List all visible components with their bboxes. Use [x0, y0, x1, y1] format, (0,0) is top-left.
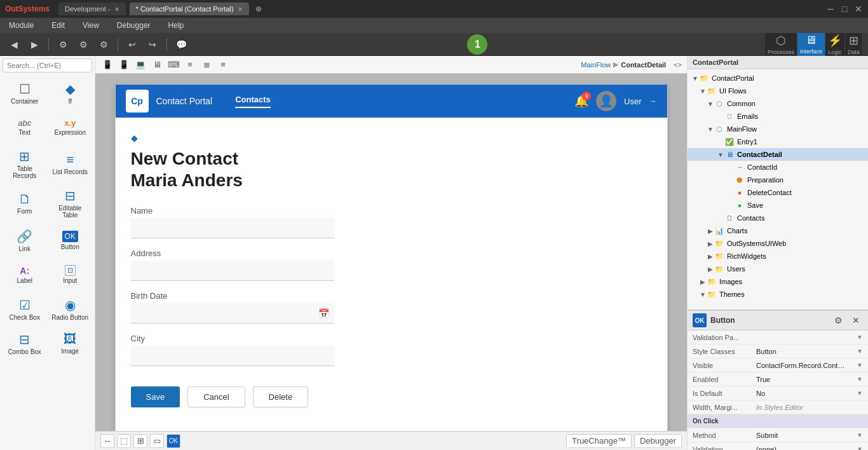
align-center-btn[interactable]: ≣ — [200, 58, 214, 72]
menu-module[interactable]: Module — [5, 20, 37, 31]
truechange-btn[interactable]: TrueChange™ — [566, 434, 632, 448]
tree-item-entry1[interactable]: ✅ Entry1 — [688, 135, 868, 148]
dropdown-arrow[interactable]: ▼ — [857, 446, 863, 450]
dropdown-arrow[interactable]: ▼ — [857, 362, 863, 369]
search-input[interactable] — [3, 58, 92, 72]
desktop-view-btn[interactable]: 🖥 — [150, 58, 164, 72]
canvas-frame[interactable]: Cp Contact Portal Contacts 🔔 9 👤 User → — [95, 74, 687, 431]
prop-value[interactable]: (none) ▼ — [756, 446, 863, 451]
panel-tab-logic[interactable]: ⚡ Logic — [825, 33, 845, 56]
tree-item-preparation[interactable]: ⬟ Preparation — [688, 174, 868, 186]
widget-button[interactable]: OK Button — [48, 224, 93, 257]
logout-icon[interactable]: → — [649, 97, 657, 106]
minimize-button[interactable]: ─ — [826, 4, 835, 13]
notification-bell[interactable]: 🔔 9 — [574, 94, 588, 108]
tree-toggle[interactable]: ▼ — [707, 126, 714, 133]
tree-item-deletecontact[interactable]: ● DeleteContact — [688, 186, 868, 199]
widget-link[interactable]: 🔗 Link — [3, 224, 47, 257]
tree-toggle[interactable]: ▼ — [717, 151, 724, 158]
tree-item-contacts[interactable]: 🗋 Contacts — [688, 212, 868, 224]
panel-tab-processes[interactable]: ⬡ Processes — [765, 33, 797, 56]
tree-toggle[interactable]: ▶ — [707, 266, 714, 273]
field-input-city[interactable] — [131, 346, 334, 366]
dropdown-arrow[interactable]: ▼ — [857, 390, 863, 397]
canvas-select-btn[interactable]: ⬚ — [117, 434, 131, 448]
undo-button[interactable]: ↩ — [123, 36, 141, 53]
maximize-button[interactable]: □ — [840, 4, 849, 13]
mobile-view-btn[interactable]: 📱 — [100, 58, 114, 72]
debugger-btn[interactable]: Debugger — [634, 434, 682, 448]
menu-edit[interactable]: Edit — [48, 20, 69, 31]
field-input-birthdate[interactable] — [131, 303, 334, 324]
tablet-portrait-btn[interactable]: 📱 — [117, 58, 131, 72]
widget-table-records[interactable]: ⊞ Table Records — [3, 145, 47, 183]
panel-tab-data[interactable]: ⊞ Data — [845, 33, 863, 56]
widget-radio-button[interactable]: ◉ Radio Button — [48, 292, 93, 325]
tree-item-richwidgets[interactable]: ▶ 📁 RichWidgets — [688, 250, 868, 262]
back-button[interactable]: ◀ — [5, 36, 23, 53]
menu-view[interactable]: View — [79, 20, 103, 31]
tree-item-outsystemsuiweb[interactable]: ▶ 📁 OutSystemsUIWeb — [688, 237, 868, 250]
field-input-name[interactable] — [131, 218, 334, 238]
tab-scroll-btn[interactable]: ⊕ — [255, 4, 262, 13]
close-button[interactable]: ✕ — [854, 4, 863, 13]
widget-checkbox[interactable]: ☑ Check Box — [3, 292, 47, 325]
widget-label[interactable]: A: Label — [3, 258, 47, 291]
tree-item-contactid[interactable]: → ContactId — [688, 161, 868, 174]
align-right-btn[interactable]: ≡ — [216, 58, 230, 72]
cancel-button[interactable]: Cancel — [187, 386, 245, 407]
calendar-icon[interactable]: 📅 — [318, 308, 329, 318]
prop-value[interactable]: ContactForm.Record.Contact.Id... ▼ — [756, 362, 863, 369]
prop-value[interactable]: No ▼ — [756, 390, 863, 397]
menu-help[interactable]: Help — [165, 20, 188, 31]
prop-value[interactable]: Submit ▼ — [756, 432, 863, 439]
feedback-button[interactable]: 💬 — [172, 36, 190, 53]
prop-value[interactable]: True ▼ — [756, 376, 863, 383]
tab-close-contactportal[interactable]: ✕ — [238, 6, 243, 13]
canvas-ok-btn[interactable]: OK — [166, 434, 180, 448]
canvas-rect-btn[interactable]: ▭ — [150, 434, 164, 448]
tree-item-emails[interactable]: 🗋 Emails — [688, 110, 868, 123]
tree-item-charts[interactable]: ▶ 📊 Charts — [688, 224, 868, 237]
widget-expression[interactable]: x.y Expression — [48, 111, 93, 144]
widget-text[interactable]: abc Text — [3, 111, 47, 144]
tree-toggle[interactable]: ▼ — [707, 100, 714, 107]
tab-development[interactable]: Development - ✕ — [58, 3, 126, 15]
tree-item-uiflows[interactable]: ▼ 📁 UI Flows — [688, 85, 868, 97]
widget-form[interactable]: 🗋 Form — [3, 184, 47, 222]
tree-item-contactportal[interactable]: ▼ 📁 ContactPortal — [688, 72, 868, 85]
dropdown-arrow[interactable]: ▼ — [857, 376, 863, 383]
tree-item-contactdetail[interactable]: ▼ 🖥 ContactDetail — [688, 148, 868, 161]
tree-item-mainflow[interactable]: ▼ ⬡ MainFlow — [688, 123, 868, 135]
dropdown-arrow[interactable]: ▼ — [857, 334, 863, 341]
tree-item-users[interactable]: ▶ 📁 Users — [688, 262, 868, 275]
tree-item-themes[interactable]: ▼ 📁 Themes — [688, 288, 868, 301]
widget-if[interactable]: ◆ If — [48, 76, 93, 109]
tree-toggle[interactable]: ▶ — [707, 253, 714, 260]
breadcrumb-flow[interactable]: MainFlow — [581, 61, 611, 69]
prop-value[interactable]: Button ▼ — [756, 348, 863, 355]
widget-image[interactable]: 🖼 Image — [48, 327, 93, 360]
field-input-address[interactable] — [131, 261, 334, 281]
tab-close-development[interactable]: ✕ — [114, 6, 119, 13]
tree-toggle[interactable]: ▶ — [699, 278, 707, 285]
props-close-btn[interactable]: ✕ — [849, 313, 863, 327]
dropdown-arrow[interactable]: ▼ — [857, 348, 863, 355]
tablet-landscape-btn[interactable]: 💻 — [133, 58, 147, 72]
settings-button[interactable]: ⚙ — [54, 36, 72, 53]
tree-toggle[interactable]: ▼ — [699, 88, 707, 95]
tree-toggle[interactable]: ▼ — [691, 75, 699, 82]
tree-item-common[interactable]: ▼ ⬡ Common — [688, 97, 868, 110]
props-settings-btn[interactable]: ⚙ — [831, 313, 845, 327]
tree-toggle[interactable]: ▼ — [699, 291, 707, 298]
keyboard-btn[interactable]: ⌨ — [166, 58, 180, 72]
dropdown-arrow[interactable]: ▼ — [857, 432, 863, 439]
compare-button[interactable]: ⚙ — [95, 36, 112, 53]
redo-button[interactable]: ↪ — [144, 36, 161, 53]
widget-input[interactable]: ⊡ Input — [48, 258, 93, 291]
delete-button[interactable]: Delete — [253, 386, 309, 407]
tab-contactportal[interactable]: * ContactPortal (Contact Portal) ✕ — [130, 3, 249, 15]
forward-button[interactable]: ▶ — [25, 36, 43, 53]
align-left-btn[interactable]: ≡ — [183, 58, 197, 72]
widget-editable-table[interactable]: ⊟ Editable Table — [48, 184, 93, 222]
